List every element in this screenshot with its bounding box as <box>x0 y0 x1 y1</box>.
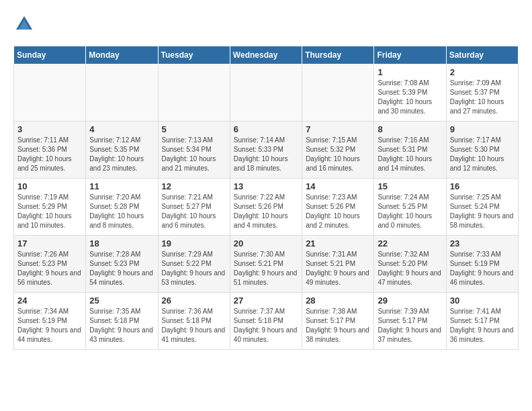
day-info: Sunrise: 7:14 AMSunset: 5:33 PMDaylight:… <box>234 136 298 173</box>
calendar-cell: 23Sunrise: 7:33 AMSunset: 5:19 PMDayligh… <box>446 236 518 293</box>
day-info: Sunrise: 7:16 AMSunset: 5:31 PMDaylight:… <box>378 136 442 173</box>
week-row-2: 3Sunrise: 7:11 AMSunset: 5:36 PMDaylight… <box>14 122 519 179</box>
calendar-cell: 2Sunrise: 7:09 AMSunset: 5:37 PMDaylight… <box>446 64 518 122</box>
calendar-cell: 29Sunrise: 7:39 AMSunset: 5:17 PMDayligh… <box>374 293 446 350</box>
calendar-cell: 30Sunrise: 7:41 AMSunset: 5:17 PMDayligh… <box>446 293 518 350</box>
day-info: Sunrise: 7:37 AMSunset: 5:18 PMDaylight:… <box>234 307 298 345</box>
week-row-4: 17Sunrise: 7:26 AMSunset: 5:23 PMDayligh… <box>14 236 519 293</box>
calendar-cell: 15Sunrise: 7:24 AMSunset: 5:25 PMDayligh… <box>374 179 446 236</box>
day-info: Sunrise: 7:11 AMSunset: 5:36 PMDaylight:… <box>17 136 82 173</box>
day-number: 4 <box>89 124 154 134</box>
calendar-cell <box>14 64 86 122</box>
day-number: 6 <box>234 124 298 134</box>
calendar-cell: 16Sunrise: 7:25 AMSunset: 5:24 PMDayligh… <box>446 179 518 236</box>
day-number: 9 <box>450 124 515 134</box>
day-number: 25 <box>89 295 154 306</box>
calendar-cell: 21Sunrise: 7:31 AMSunset: 5:21 PMDayligh… <box>302 236 374 293</box>
day-info: Sunrise: 7:15 AMSunset: 5:32 PMDaylight:… <box>306 136 370 173</box>
week-row-5: 24Sunrise: 7:34 AMSunset: 5:19 PMDayligh… <box>14 293 519 350</box>
calendar-cell: 17Sunrise: 7:26 AMSunset: 5:23 PMDayligh… <box>14 236 86 293</box>
calendar-cell: 25Sunrise: 7:35 AMSunset: 5:18 PMDayligh… <box>86 293 158 350</box>
day-info: Sunrise: 7:21 AMSunset: 5:27 PMDaylight:… <box>162 193 226 230</box>
calendar-cell: 18Sunrise: 7:28 AMSunset: 5:23 PMDayligh… <box>86 236 158 293</box>
day-info: Sunrise: 7:30 AMSunset: 5:21 PMDaylight:… <box>234 250 298 287</box>
day-number: 22 <box>378 238 442 248</box>
calendar-cell: 28Sunrise: 7:38 AMSunset: 5:17 PMDayligh… <box>302 293 374 350</box>
calendar-cell: 13Sunrise: 7:22 AMSunset: 5:26 PMDayligh… <box>230 179 302 236</box>
calendar-cell: 9Sunrise: 7:17 AMSunset: 5:30 PMDaylight… <box>446 122 518 179</box>
calendar-cell: 3Sunrise: 7:11 AMSunset: 5:36 PMDaylight… <box>14 122 86 179</box>
calendar-cell: 11Sunrise: 7:20 AMSunset: 5:28 PMDayligh… <box>86 179 158 236</box>
day-number: 10 <box>17 181 82 191</box>
day-info: Sunrise: 7:32 AMSunset: 5:20 PMDaylight:… <box>378 250 442 287</box>
calendar-cell: 20Sunrise: 7:30 AMSunset: 5:21 PMDayligh… <box>230 236 302 293</box>
day-info: Sunrise: 7:31 AMSunset: 5:21 PMDaylight:… <box>306 250 370 287</box>
weekday-header-row: SundayMondayTuesdayWednesdayThursdayFrid… <box>14 46 519 64</box>
weekday-header-monday: Monday <box>86 46 158 64</box>
day-number: 15 <box>378 181 442 191</box>
weekday-header-tuesday: Tuesday <box>158 46 230 64</box>
calendar-cell: 1Sunrise: 7:08 AMSunset: 5:39 PMDaylight… <box>374 64 446 122</box>
calendar-cell: 27Sunrise: 7:37 AMSunset: 5:18 PMDayligh… <box>230 293 302 350</box>
day-info: Sunrise: 7:34 AMSunset: 5:19 PMDaylight:… <box>17 307 82 345</box>
weekday-header-saturday: Saturday <box>446 46 518 64</box>
day-info: Sunrise: 7:20 AMSunset: 5:28 PMDaylight:… <box>89 193 154 230</box>
calendar-cell: 26Sunrise: 7:36 AMSunset: 5:18 PMDayligh… <box>158 293 230 350</box>
day-info: Sunrise: 7:22 AMSunset: 5:26 PMDaylight:… <box>234 193 298 230</box>
day-info: Sunrise: 7:36 AMSunset: 5:18 PMDaylight:… <box>162 307 226 345</box>
day-info: Sunrise: 7:38 AMSunset: 5:17 PMDaylight:… <box>306 307 370 345</box>
calendar-cell: 5Sunrise: 7:13 AMSunset: 5:34 PMDaylight… <box>158 122 230 179</box>
day-number: 7 <box>306 124 370 134</box>
day-info: Sunrise: 7:39 AMSunset: 5:17 PMDaylight:… <box>378 307 442 345</box>
day-number: 8 <box>378 124 442 134</box>
day-number: 30 <box>450 295 515 306</box>
day-info: Sunrise: 7:28 AMSunset: 5:23 PMDaylight:… <box>89 250 154 287</box>
day-number: 1 <box>378 67 442 77</box>
day-number: 26 <box>162 295 226 306</box>
day-number: 24 <box>17 295 82 306</box>
day-number: 13 <box>234 181 298 191</box>
weekday-header-thursday: Thursday <box>302 46 374 64</box>
day-info: Sunrise: 7:19 AMSunset: 5:29 PMDaylight:… <box>17 193 82 230</box>
day-info: Sunrise: 7:26 AMSunset: 5:23 PMDaylight:… <box>17 250 82 287</box>
day-info: Sunrise: 7:24 AMSunset: 5:25 PMDaylight:… <box>378 193 442 230</box>
day-info: Sunrise: 7:12 AMSunset: 5:35 PMDaylight:… <box>89 136 154 173</box>
week-row-3: 10Sunrise: 7:19 AMSunset: 5:29 PMDayligh… <box>14 179 519 236</box>
weekday-header-friday: Friday <box>374 46 446 64</box>
day-info: Sunrise: 7:09 AMSunset: 5:37 PMDaylight:… <box>450 79 515 116</box>
day-number: 16 <box>450 181 515 191</box>
calendar-cell: 6Sunrise: 7:14 AMSunset: 5:33 PMDaylight… <box>230 122 302 179</box>
calendar-cell <box>230 64 302 122</box>
day-number: 23 <box>450 238 515 248</box>
calendar-cell: 10Sunrise: 7:19 AMSunset: 5:29 PMDayligh… <box>14 179 86 236</box>
calendar-cell <box>302 64 374 122</box>
logo-icon <box>13 13 35 35</box>
calendar-cell <box>158 64 230 122</box>
weekday-header-wednesday: Wednesday <box>230 46 302 64</box>
day-number: 5 <box>162 124 226 134</box>
logo <box>13 13 38 35</box>
day-number: 21 <box>306 238 370 248</box>
calendar-table: SundayMondayTuesdayWednesdayThursdayFrid… <box>13 46 519 350</box>
day-info: Sunrise: 7:29 AMSunset: 5:22 PMDaylight:… <box>162 250 226 287</box>
day-info: Sunrise: 7:13 AMSunset: 5:34 PMDaylight:… <box>162 136 226 173</box>
day-number: 18 <box>89 238 154 248</box>
weekday-header-sunday: Sunday <box>14 46 86 64</box>
day-number: 14 <box>306 181 370 191</box>
calendar-cell: 4Sunrise: 7:12 AMSunset: 5:35 PMDaylight… <box>86 122 158 179</box>
day-info: Sunrise: 7:35 AMSunset: 5:18 PMDaylight:… <box>89 307 154 345</box>
calendar-cell: 24Sunrise: 7:34 AMSunset: 5:19 PMDayligh… <box>14 293 86 350</box>
calendar-cell: 19Sunrise: 7:29 AMSunset: 5:22 PMDayligh… <box>158 236 230 293</box>
calendar-cell: 22Sunrise: 7:32 AMSunset: 5:20 PMDayligh… <box>374 236 446 293</box>
day-info: Sunrise: 7:33 AMSunset: 5:19 PMDaylight:… <box>450 250 515 287</box>
day-number: 11 <box>89 181 154 191</box>
calendar-cell <box>86 64 158 122</box>
day-number: 2 <box>450 67 515 77</box>
day-info: Sunrise: 7:41 AMSunset: 5:17 PMDaylight:… <box>450 307 515 345</box>
week-row-1: 1Sunrise: 7:08 AMSunset: 5:39 PMDaylight… <box>14 64 519 122</box>
day-number: 27 <box>234 295 298 306</box>
calendar-cell: 8Sunrise: 7:16 AMSunset: 5:31 PMDaylight… <box>374 122 446 179</box>
day-number: 3 <box>17 124 82 134</box>
day-info: Sunrise: 7:23 AMSunset: 5:26 PMDaylight:… <box>306 193 370 230</box>
calendar-cell: 14Sunrise: 7:23 AMSunset: 5:26 PMDayligh… <box>302 179 374 236</box>
